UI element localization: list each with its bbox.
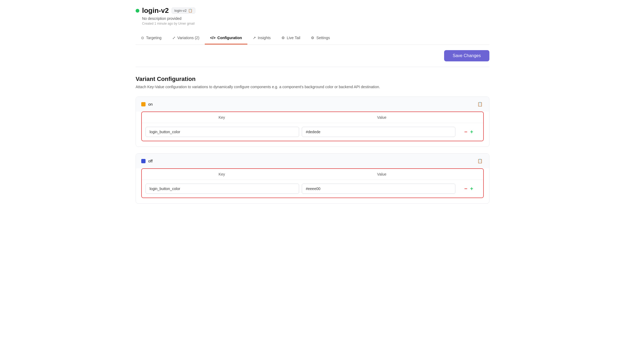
- toolbar: Save Changes: [136, 45, 489, 67]
- variant-name-row-off: off: [141, 159, 152, 163]
- targeting-icon: ⊙: [141, 36, 144, 40]
- insights-icon: ↗: [253, 36, 256, 40]
- settings-icon: ⚙: [311, 36, 314, 40]
- variant-card-on: on 📋 Key Value − +: [136, 96, 489, 147]
- tab-insights[interactable]: ↗ Insights: [247, 32, 276, 44]
- tab-settings[interactable]: ⚙ Settings: [306, 32, 335, 44]
- app-title: login-v2: [142, 6, 169, 15]
- kv-remove-button-off-0[interactable]: −: [464, 186, 467, 191]
- variant-swatch-on: [141, 102, 146, 106]
- variant-name-on: on: [148, 102, 153, 106]
- copy-id-icon[interactable]: 📋: [188, 9, 192, 13]
- kv-remove-button-on-0[interactable]: −: [464, 129, 467, 135]
- variant-swatch-off: [141, 159, 146, 163]
- tab-variations-label: Variations (2): [177, 36, 199, 40]
- app-id-badge: login-v2 📋: [172, 8, 196, 14]
- kv-key-input-off-0[interactable]: [146, 184, 299, 194]
- livetail-icon: ⚙: [281, 36, 285, 40]
- tab-configuration-label: Configuration: [217, 36, 242, 40]
- status-dot: [136, 9, 139, 13]
- kv-value-header-off: Value: [302, 169, 462, 180]
- tab-livetail-label: Live Tail: [287, 36, 300, 40]
- variant-name-row-on: on: [141, 102, 153, 106]
- kv-key-input-on-0[interactable]: [146, 127, 299, 137]
- variants-container: on 📋 Key Value − +: [136, 96, 489, 204]
- kv-add-button-on-0[interactable]: +: [470, 129, 473, 135]
- variant-name-off: off: [148, 159, 152, 163]
- tabs-container: ⊙ Targeting ⤢ Variations (2) </> Configu…: [136, 32, 489, 45]
- tabs: ⊙ Targeting ⤢ Variations (2) </> Configu…: [136, 32, 489, 44]
- variant-card-off: off 📋 Key Value − +: [136, 153, 489, 204]
- kv-table-on: Key Value − +: [141, 112, 484, 141]
- tab-targeting-label: Targeting: [146, 36, 162, 40]
- section-title: Variant Configuration: [136, 76, 489, 83]
- kv-actions-on-0: − +: [458, 129, 479, 135]
- variations-icon: ⤢: [172, 36, 176, 40]
- tab-variations[interactable]: ⤢ Variations (2): [167, 32, 205, 44]
- tab-configuration[interactable]: </> Configuration: [205, 32, 247, 44]
- app-meta: Created 1 minute ago by Umer gmail: [142, 22, 489, 25]
- configuration-icon: </>: [210, 36, 215, 40]
- kv-row-off-0: − +: [142, 180, 483, 198]
- kv-value-input-off-0[interactable]: [302, 184, 455, 194]
- kv-header-on: Key Value: [142, 112, 483, 123]
- variant-copy-button-on[interactable]: 📋: [476, 101, 484, 108]
- badge-text: login-v2: [174, 9, 187, 13]
- page-wrapper: login-v2 login-v2 📋 No description provi…: [125, 0, 500, 225]
- main-content: Variant Configuration Attach Key-Value c…: [136, 67, 489, 219]
- page-header: login-v2 login-v2 📋 No description provi…: [136, 6, 489, 25]
- kv-header-off: Key Value: [142, 169, 483, 180]
- kv-actions-header-on: [462, 112, 483, 123]
- kv-actions-off-0: − +: [458, 186, 479, 191]
- title-row: login-v2 login-v2 📋: [136, 6, 489, 15]
- tab-settings-label: Settings: [316, 36, 330, 40]
- tab-insights-label: Insights: [258, 36, 271, 40]
- save-button[interactable]: Save Changes: [444, 50, 489, 61]
- kv-value-input-on-0[interactable]: [302, 127, 455, 137]
- variant-copy-button-off[interactable]: 📋: [476, 157, 484, 165]
- kv-add-button-off-0[interactable]: +: [470, 186, 473, 191]
- kv-actions-header-off: [462, 169, 483, 180]
- kv-key-header-off: Key: [142, 169, 302, 180]
- kv-table-off: Key Value − +: [141, 168, 484, 198]
- variant-header-off: off 📋: [136, 154, 489, 168]
- kv-key-header-on: Key: [142, 112, 302, 123]
- section-description: Attach Key-Value configuration to variat…: [136, 85, 489, 89]
- kv-value-header-on: Value: [302, 112, 462, 123]
- app-description: No description provided: [142, 16, 489, 21]
- kv-row-on-0: − +: [142, 123, 483, 141]
- tab-targeting[interactable]: ⊙ Targeting: [136, 32, 167, 44]
- tab-livetail[interactable]: ⚙ Live Tail: [276, 32, 306, 44]
- variant-header-on: on 📋: [136, 97, 489, 112]
